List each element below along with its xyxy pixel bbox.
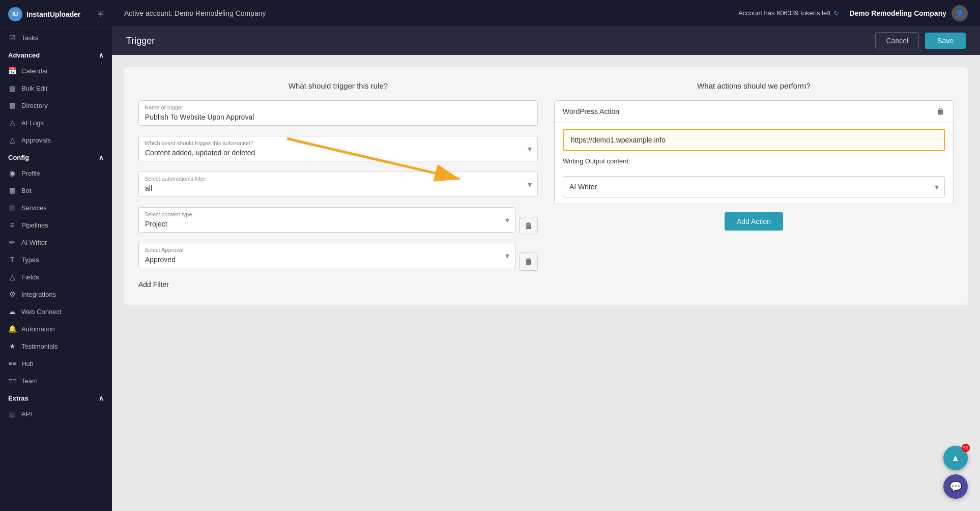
ai-logs-icon: △ <box>8 119 16 127</box>
sidebar-item-label: Bulk Edit <box>21 84 47 92</box>
bulk-edit-icon: ▦ <box>8 84 16 92</box>
active-account-label: Active account: Demo Remodeling Company <box>124 9 266 17</box>
tokens-display: Account has 606339 tokens left ↻ <box>738 9 839 17</box>
approval-label: Select Approval <box>145 247 183 253</box>
sidebar-item-label: Calendar <box>21 67 48 75</box>
chevron-up-icon: ∧ <box>99 51 104 59</box>
approval-group: Select Approval Approved <box>138 243 515 268</box>
add-filter-button[interactable]: Add Filter <box>138 278 169 291</box>
sidebar-item-team[interactable]: ≡≡ Team <box>0 372 112 389</box>
sidebar-item-label: Services <box>21 204 47 212</box>
writing-output-select[interactable]: AI Writer <box>563 176 945 197</box>
event-trigger-group: Which event should trigger this automati… <box>138 136 538 161</box>
approval-row: Select Approval Approved 🗑 <box>138 243 538 278</box>
web-connect-icon: ☁ <box>8 307 16 316</box>
sidebar-item-label: Profile <box>21 169 40 177</box>
content-area: What should trigger this rule? Name of t… <box>112 55 980 511</box>
directory-icon: ▦ <box>8 101 16 109</box>
main-area: Active account: Demo Remodeling Company … <box>112 0 980 511</box>
chevron-up-icon: ∧ <box>99 394 104 402</box>
left-panel: What should trigger this rule? Name of t… <box>138 81 538 291</box>
services-icon: ▦ <box>8 204 16 212</box>
section-label: Config <box>8 154 29 161</box>
sidebar-item-directory[interactable]: ▦ Directory <box>0 97 112 114</box>
sidebar: IU InstantUploader 平 ☑ Tasks Advanced ∧ … <box>0 0 112 511</box>
sidebar-item-tasks[interactable]: ☑ Tasks <box>0 29 112 46</box>
ai-writer-icon: ✏ <box>8 238 16 246</box>
types-icon: T <box>8 256 16 264</box>
tasks-icon: ☑ <box>8 34 16 42</box>
trigger-panel: What should trigger this rule? Name of t… <box>124 67 968 305</box>
sidebar-item-label: Testimonials <box>21 343 58 350</box>
sidebar-item-types[interactable]: T Types <box>0 251 112 268</box>
sidebar-item-label: Team <box>21 377 38 385</box>
logo-badge: 平 <box>98 10 104 19</box>
sidebar-item-label: Web Connect <box>21 308 62 316</box>
action-box-title: WordPress Action <box>563 107 619 116</box>
sidebar-item-services[interactable]: ▦ Services <box>0 199 112 216</box>
sidebar-item-label: AI Writer <box>21 239 47 246</box>
approval-select[interactable]: Approved <box>138 243 515 268</box>
sidebar-item-automation[interactable]: 🔔 Automation <box>0 320 112 337</box>
sidebar-item-hub[interactable]: ≡≡ Hub <box>0 355 112 372</box>
sidebar-item-integrations[interactable]: ⚙ Integrations <box>0 286 112 303</box>
sidebar-item-label: Hub <box>21 360 34 367</box>
sidebar-section-config[interactable]: Config ∧ <box>0 149 112 164</box>
add-action-button[interactable]: Add Action <box>725 212 783 231</box>
save-button[interactable]: Save <box>925 33 966 49</box>
avatar[interactable]: 👤 <box>952 5 968 21</box>
sidebar-item-web-connect[interactable]: ☁ Web Connect <box>0 303 112 320</box>
event-label: Which event should trigger this automati… <box>145 140 253 146</box>
trigger-title: Trigger <box>126 36 875 46</box>
writing-output-body: AI Writer <box>555 170 953 204</box>
testimonials-icon: ★ <box>8 342 16 350</box>
sidebar-item-testimonials[interactable]: ★ Testimonials <box>0 337 112 355</box>
sidebar-item-approvals[interactable]: △ Approvals <box>0 131 112 149</box>
sidebar-item-ai-logs[interactable]: △ AI Logs <box>0 114 112 131</box>
sidebar-section-advanced[interactable]: Advanced ∧ <box>0 46 112 62</box>
action-box-header: WordPress Action 🗑 <box>555 101 953 123</box>
section-label: Extras <box>8 394 28 402</box>
chat-bubble[interactable]: 💬 <box>943 474 968 499</box>
scroll-top-icon: ▲ <box>951 453 960 464</box>
filter-group: Select automation's filter all <box>138 172 538 197</box>
logo-text: InstantUploader <box>26 10 81 18</box>
action-box-body <box>555 123 953 157</box>
sidebar-item-calendar[interactable]: 📅 Calendar <box>0 62 112 79</box>
integrations-icon: ⚙ <box>8 290 16 298</box>
sidebar-item-bot[interactable]: ▦ Bot <box>0 182 112 199</box>
profile-icon: ◉ <box>8 169 16 177</box>
name-of-trigger-input[interactable] <box>138 100 538 126</box>
calendar-icon: 📅 <box>8 67 16 75</box>
fields-icon: △ <box>8 273 16 281</box>
sidebar-logo[interactable]: IU InstantUploader 平 <box>0 0 112 29</box>
refresh-icon[interactable]: ↻ <box>833 9 839 17</box>
action-delete-button[interactable]: 🗑 <box>937 107 945 116</box>
scroll-top-button[interactable]: ▲ 59 <box>943 446 968 470</box>
sidebar-item-ai-writer[interactable]: ✏ AI Writer <box>0 234 112 251</box>
name-of-trigger-group: Name of trigger <box>138 100 538 126</box>
approval-delete-button[interactable]: 🗑 <box>520 252 538 271</box>
content-type-select[interactable]: Project <box>138 207 515 233</box>
sidebar-item-fields[interactable]: △ Fields <box>0 268 112 286</box>
content-type-row: Select content type Project 🗑 <box>138 207 538 243</box>
wordpress-url-input[interactable] <box>563 129 945 151</box>
sidebar-item-label: AI Logs <box>21 119 44 127</box>
sidebar-item-bulk-edit[interactable]: ▦ Bulk Edit <box>0 79 112 97</box>
sidebar-item-api[interactable]: ▦ API <box>0 405 112 422</box>
sidebar-item-label: Directory <box>21 102 48 109</box>
sidebar-section-extras[interactable]: Extras ∧ <box>0 389 112 405</box>
approvals-icon: △ <box>8 136 16 144</box>
writing-output-label: Writing Output content: <box>555 157 953 165</box>
automation-icon: 🔔 <box>8 325 16 333</box>
cancel-button[interactable]: Cancel <box>875 32 919 49</box>
left-panel-heading: What should trigger this rule? <box>138 81 538 90</box>
sidebar-item-label: Integrations <box>21 291 56 298</box>
section-label: Advanced <box>8 51 40 59</box>
sidebar-item-label: Tasks <box>21 34 38 42</box>
scroll-top-badge: 59 <box>962 444 970 452</box>
chevron-up-icon: ∧ <box>99 154 104 161</box>
sidebar-item-pipelines[interactable]: ≡ Pipelines <box>0 216 112 234</box>
sidebar-item-profile[interactable]: ◉ Profile <box>0 164 112 182</box>
content-type-delete-button[interactable]: 🗑 <box>520 217 538 235</box>
